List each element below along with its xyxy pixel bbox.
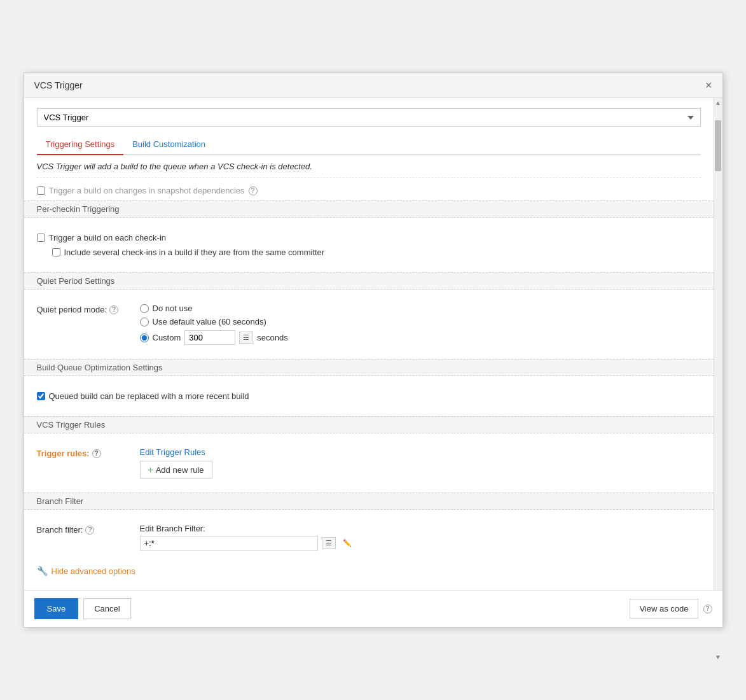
dialog-body: VCS Trigger Triggering Settings Build Cu… — [24, 98, 722, 590]
build-queue-section-header: Build Queue Optimization Settings — [24, 359, 714, 376]
branch-filter-section-content: Branch filter: ? Edit Branch Filter: +:*… — [37, 515, 701, 559]
replace-build-row: Queued build can be replaced with a more… — [37, 391, 701, 401]
snapshot-dependencies-label: Trigger a build on changes in snapshot d… — [49, 186, 245, 195]
same-committer-label: Include several check-ins in a build if … — [64, 248, 325, 257]
tab-build-customization[interactable]: Build Customization — [123, 134, 214, 155]
advanced-options-row: 🔧 Hide advanced options — [37, 566, 701, 580]
cancel-button[interactable]: Cancel — [83, 598, 130, 619]
quiet-period-icon-btn[interactable]: ☰ — [239, 332, 253, 344]
plus-icon: + — [148, 465, 153, 475]
snapshot-dependencies-checkbox[interactable] — [37, 186, 45, 195]
tabs-container: Triggering Settings Build Customization — [37, 134, 701, 155]
radio-use-default-input[interactable] — [140, 318, 149, 326]
branch-filter-field-row: Branch filter: ? Edit Branch Filter: +:*… — [37, 524, 701, 550]
scrollbar-track: ▲ ▼ — [714, 98, 722, 590]
radio-do-not-use: Do not use — [140, 304, 288, 313]
quiet-period-section-header: Quiet Period Settings — [24, 272, 714, 290]
quiet-period-unit: seconds — [257, 333, 287, 342]
quiet-period-section-content: Quiet period mode: ? Do not use Use defa… — [37, 295, 701, 354]
trigger-rules-label: Trigger rules: ? — [37, 447, 132, 458]
quiet-period-custom-value[interactable]: 300 — [184, 330, 235, 345]
scrollbar-up-arrow[interactable]: ▲ — [714, 98, 722, 108]
dialog-title: VCS Trigger — [34, 80, 83, 90]
radio-do-not-use-input[interactable] — [140, 304, 149, 313]
wrench-icon: 🔧 — [37, 566, 48, 576]
same-committer-checkbox[interactable] — [52, 248, 60, 256]
branch-filter-label: Branch filter: ? — [37, 524, 132, 535]
view-as-code-button[interactable]: View as code — [630, 599, 698, 619]
quiet-period-field-row: Quiet period mode: ? Do not use Use defa… — [37, 304, 701, 345]
build-queue-section-content: Queued build can be replaced with a more… — [37, 381, 701, 411]
snapshot-help-icon: ? — [249, 186, 258, 195]
radio-use-default-label: Use default value (60 seconds) — [153, 317, 266, 326]
each-checkin-checkbox[interactable] — [37, 234, 45, 242]
replace-build-label: Queued build can be replaced with a more… — [49, 391, 249, 401]
scrollbar-thumb[interactable] — [715, 120, 721, 171]
save-button[interactable]: Save — [34, 598, 79, 619]
vcs-trigger-rules-section-header: VCS Trigger Rules — [24, 416, 714, 433]
edit-trigger-rules-link[interactable]: Edit Trigger Rules — [140, 447, 212, 457]
dialog-title-bar: VCS Trigger × — [24, 73, 722, 98]
vcs-trigger-dialog: VCS Trigger × VCS Trigger Triggering Set… — [24, 73, 723, 627]
same-committer-row: Include several check-ins in a build if … — [52, 248, 701, 257]
radio-custom: Custom 300 ☰ seconds — [140, 330, 288, 345]
vcs-trigger-rules-content: Edit Trigger Rules + Add new rule — [140, 447, 212, 479]
close-button[interactable]: × — [705, 80, 712, 91]
trigger-description: VCS Trigger will add a build to the queu… — [37, 162, 701, 178]
radio-do-not-use-label: Do not use — [153, 304, 193, 313]
trigger-rules-field-row: Trigger rules: ? Edit Trigger Rules + Ad… — [37, 447, 701, 479]
branch-filter-edit-icon-btn[interactable]: ✏️ — [340, 538, 355, 549]
snapshot-dependencies-row: Trigger a build on changes in snapshot d… — [37, 186, 701, 195]
radio-custom-label: Custom — [153, 333, 181, 342]
radio-custom-input[interactable] — [140, 333, 149, 342]
branch-filter-input[interactable]: +:* — [140, 536, 318, 550]
replace-build-checkbox[interactable] — [37, 392, 45, 400]
tab-triggering-settings[interactable]: Triggering Settings — [37, 134, 124, 155]
footer-left: Save Cancel — [34, 598, 131, 619]
branch-filter-content: Edit Branch Filter: +:* ☰ ✏️ — [140, 524, 355, 550]
trigger-select-wrapper: VCS Trigger — [37, 108, 701, 127]
branch-filter-input-row: +:* ☰ ✏️ — [140, 536, 355, 550]
branch-filter-edit-label: Edit Branch Filter: — [140, 524, 355, 533]
radio-use-default: Use default value (60 seconds) — [140, 317, 288, 326]
hide-advanced-options-link[interactable]: 🔧 Hide advanced options — [37, 566, 701, 576]
trigger-type-select[interactable]: VCS Trigger — [37, 108, 701, 127]
per-checkin-section-content: Trigger a build on each check-in Include… — [37, 223, 701, 267]
quiet-period-label: Quiet period mode: ? — [37, 304, 132, 314]
each-checkin-row: Trigger a build on each check-in — [37, 233, 701, 242]
branch-filter-section-header: Branch Filter — [24, 493, 714, 510]
footer-right: View as code ? — [630, 599, 712, 619]
trigger-rules-help-icon: ? — [92, 449, 101, 458]
quiet-period-help-icon: ? — [109, 305, 118, 314]
each-checkin-label: Trigger a build on each check-in — [49, 233, 167, 242]
branch-filter-help-icon: ? — [85, 526, 94, 535]
dialog-footer: Save Cancel View as code ? — [24, 590, 722, 627]
footer-help-icon[interactable]: ? — [703, 605, 712, 613]
vcs-trigger-rules-section-content: Trigger rules: ? Edit Trigger Rules + Ad… — [37, 438, 701, 487]
branch-filter-copy-icon-btn[interactable]: ☰ — [322, 537, 336, 549]
per-checkin-section-header: Per-checkin Triggering — [24, 200, 714, 218]
dialog-content: VCS Trigger Triggering Settings Build Cu… — [24, 98, 714, 590]
add-new-rule-button[interactable]: + Add new rule — [140, 461, 212, 479]
quiet-period-radio-group: Do not use Use default value (60 seconds… — [140, 304, 288, 345]
